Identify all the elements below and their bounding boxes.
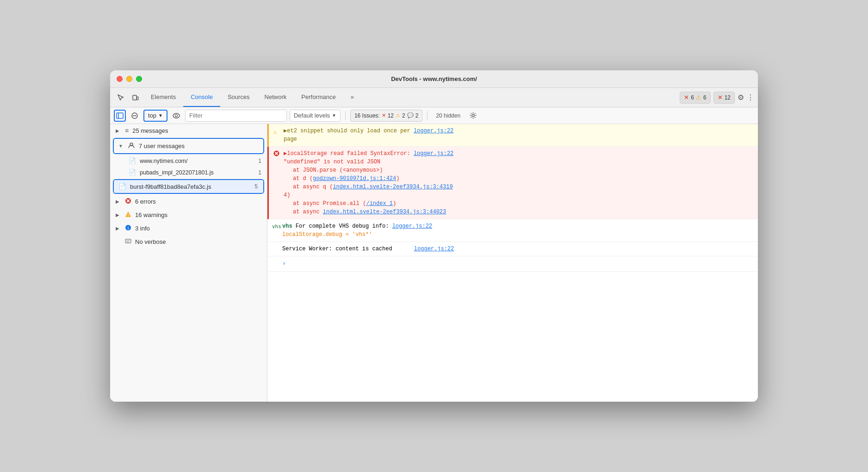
svg-rect-1: [137, 97, 138, 100]
context-dropdown-icon: ▼: [158, 113, 163, 118]
log-level-dropdown[interactable]: Default levels ▼: [290, 110, 341, 122]
warning-link[interactable]: logger.js:22: [414, 128, 453, 134]
warning-icon: !: [125, 211, 131, 219]
issues-info-badge-icon: 💬: [407, 112, 414, 118]
vhs-entry-icon: vhs: [272, 223, 281, 231]
inspect-element-button[interactable]: [114, 91, 128, 104]
tab-sources[interactable]: Sources: [220, 88, 257, 107]
main-toolbar: Elements Console Sources Network Perform…: [110, 88, 758, 107]
sidebar-file-nytimes[interactable]: 📄 www.nytimes.com/ 1: [110, 155, 267, 167]
console-input[interactable]: ›: [267, 256, 758, 272]
clear-console-button[interactable]: [129, 110, 141, 122]
vhs-link[interactable]: logger.js:22: [392, 223, 432, 230]
issues-warnings-count: 2: [402, 112, 405, 119]
errors-label: 6 errors: [135, 198, 261, 205]
warning-icon: ⚠: [696, 94, 701, 101]
arrow-icon: ▶: [116, 128, 121, 133]
console-settings-button[interactable]: [467, 110, 479, 122]
file-icon: 📄: [118, 183, 126, 190]
service-link[interactable]: logger.js:22: [414, 246, 454, 252]
console-toolbar: top ▼ Default levels ▼ 16 Issues: ✕ 12 ⚠…: [110, 107, 758, 124]
user-messages-group: ▼ 7 user messages: [113, 138, 264, 154]
log-level-label: Default levels: [294, 112, 330, 119]
info-label: 3 info: [135, 225, 261, 232]
minimize-button[interactable]: [126, 76, 132, 82]
svg-text:!: !: [128, 213, 129, 217]
sidebar-item-user-messages[interactable]: ▼ 7 user messages: [114, 139, 263, 153]
error-icon: ✕: [684, 94, 689, 101]
file-count: 1: [258, 169, 261, 176]
toolbar-right: ✕ 6 ⚠ 6 ✕ 12 ⚙ ⋮: [680, 92, 754, 104]
sidebar-file-pubads[interactable]: 📄 pubads_impl_2022071801.js 1: [110, 167, 267, 178]
tab-more[interactable]: »: [343, 88, 361, 107]
file-name: www.nytimes.com/: [140, 158, 254, 164]
arrow-icon: ▶: [116, 212, 121, 217]
file-name: burst-f9baff81bad8ea7efa3c.js: [130, 183, 245, 190]
error-link-4[interactable]: /index 1: [366, 200, 393, 207]
user-messages-label: 7 user messages: [139, 143, 258, 149]
sidebar-item-verbose[interactable]: No verbose: [110, 235, 267, 248]
svg-point-7: [175, 114, 177, 117]
context-selector[interactable]: top ▼: [143, 110, 167, 122]
devtools-window: DevTools - www.nytimes.com/ Elements Con…: [110, 70, 758, 402]
warning-count: 6: [703, 94, 707, 101]
device-toggle-button[interactable]: [129, 91, 143, 104]
warning-text: ▶et2 snippet should only load once per l…: [284, 128, 453, 143]
console-entry-vhs: vhs vhs For complete VHS debug info: log…: [267, 219, 758, 242]
service-content: Service Worker: content is cached logger…: [282, 245, 752, 253]
issues-error-badge-icon: ✕: [382, 112, 386, 118]
error-link-5[interactable]: index.html.svelte-2eef3934.js:3:44023: [323, 209, 446, 215]
maximize-button[interactable]: [136, 76, 142, 82]
tab-network[interactable]: Network: [257, 88, 294, 107]
console-prompt-icon: ›: [282, 260, 286, 267]
sidebar-item-warnings[interactable]: ▶ ! 16 warnings: [110, 208, 267, 222]
console-entry-error: ▶localStorage read failed SyntaxError: l…: [267, 147, 758, 219]
settings-icon[interactable]: ⚙: [738, 93, 744, 102]
warnings-label: 16 warnings: [135, 211, 261, 218]
error-link-2[interactable]: godzown-9010971d.js:1:424: [313, 175, 396, 182]
file-count: 5: [248, 183, 258, 190]
expand-arrow-icon: ▼: [118, 143, 124, 149]
error-count: 6: [691, 94, 694, 101]
issues-badge[interactable]: ✕ 12: [713, 92, 735, 104]
warning-entry-icon: ⚠: [273, 128, 277, 137]
toolbar-divider2: [427, 111, 428, 120]
svg-rect-0: [133, 95, 136, 100]
eye-button[interactable]: [170, 110, 182, 122]
svg-text:i: i: [128, 226, 129, 230]
error-link-3[interactable]: index.html.svelte-2eef3934.js:3:4319: [333, 184, 453, 190]
svg-point-8: [472, 114, 474, 117]
file-count: 1: [258, 158, 261, 164]
issues-panel-badge[interactable]: 16 Issues: ✕ 12 ⚠ 2 💬 2: [350, 110, 422, 122]
info-icon: i: [125, 224, 131, 232]
hidden-count: 20 hidden: [432, 112, 464, 120]
sidebar-item-all-messages[interactable]: ▶ ≡ 25 messages: [110, 124, 267, 137]
titlebar: DevTools - www.nytimes.com/: [110, 70, 758, 88]
window-controls[interactable]: [117, 76, 142, 82]
sidebar-item-errors[interactable]: ▶ 6 errors: [110, 195, 267, 208]
tab-console[interactable]: Console: [183, 88, 220, 107]
console-entry-service: Service Worker: content is cached logger…: [267, 242, 758, 256]
issues-error-icon: ✕: [718, 94, 723, 101]
error-link-1[interactable]: logger.js:22: [414, 150, 453, 157]
error-warning-badge[interactable]: ✕ 6 ⚠ 6: [680, 92, 710, 104]
toolbar-divider: [345, 111, 346, 120]
tab-bar: Elements Console Sources Network Perform…: [143, 88, 679, 107]
sidebar-item-info[interactable]: ▶ i 3 info: [110, 222, 267, 235]
issues-warning-badge-icon: ⚠: [396, 112, 400, 118]
file-icon: 📄: [129, 169, 136, 176]
issues-info-count: 2: [415, 112, 419, 119]
more-options-icon[interactable]: ⋮: [747, 93, 754, 102]
show-console-sidebar-button[interactable]: [114, 110, 126, 122]
tab-elements[interactable]: Elements: [143, 88, 183, 107]
close-button[interactable]: [117, 76, 123, 82]
window-title: DevTools - www.nytimes.com/: [391, 75, 477, 82]
sidebar-file-burst[interactable]: 📄 burst-f9baff81bad8ea7efa3c.js 5: [114, 180, 263, 193]
console-sidebar: ▶ ≡ 25 messages ▼ 7 user messages: [110, 124, 267, 402]
arrow-icon: ▶: [116, 199, 121, 204]
issues-label: 16 Issues:: [354, 112, 380, 119]
filter-input[interactable]: [185, 110, 287, 122]
tab-performance[interactable]: Performance: [294, 88, 343, 107]
list-icon: ≡: [125, 127, 129, 134]
sidebar-file-burst-highlighted: 📄 burst-f9baff81bad8ea7efa3c.js 5: [113, 179, 264, 194]
